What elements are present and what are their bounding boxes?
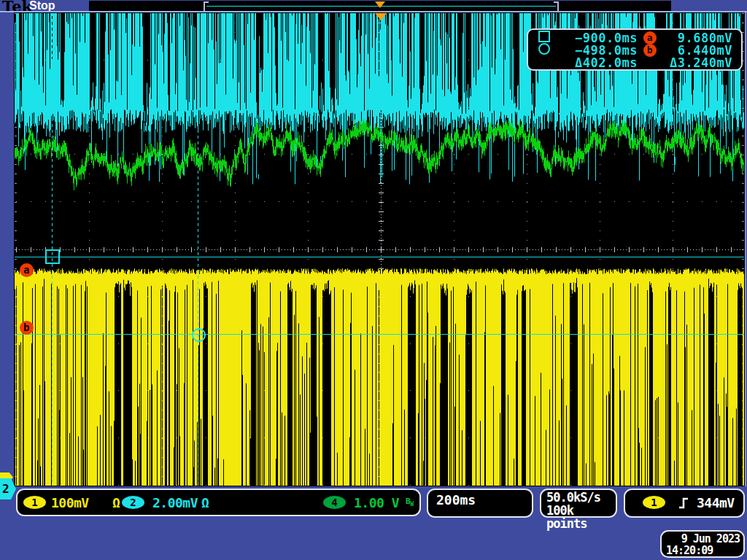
sample-rate: 50.0kS/s — [546, 491, 616, 504]
timebase-box[interactable]: 200ms — [427, 489, 533, 518]
waveform-canvas — [15, 13, 744, 486]
trigger-position-marker-icon[interactable] — [375, 13, 387, 20]
cursor-readout-panel: −900.0ms a 9.680mV −498.0ms b 6.440mV Δ4… — [527, 28, 743, 71]
cursor-a-readout-badge: a — [643, 31, 657, 44]
cursor-delta-time: Δ402.0ms — [559, 55, 638, 70]
timebase-value: 200ms — [436, 492, 476, 508]
channel1-impedance: Ω — [112, 495, 120, 510]
cursor-b-vertical-line[interactable] — [198, 13, 198, 486]
channel4-scale: 1.00 V — [354, 495, 399, 510]
time-value: 14:20:09 — [666, 545, 743, 556]
channel2-scale: 2.00mV — [152, 495, 198, 510]
record-view-bar — [89, 1, 671, 11]
cursor-delta-readout-row: Δ402.0ms Δ3.240mV — [538, 55, 732, 68]
cursor-a-readout-row: −900.0ms a 9.680mV — [538, 31, 732, 43]
circle-cursor-icon — [538, 43, 550, 55]
cursor-a-badge: a — [20, 263, 34, 277]
record-length: 100k points — [546, 504, 616, 530]
channel1-scale: 100mV — [51, 495, 89, 510]
acquisition-box[interactable]: 50.0kS/s 100k points — [540, 489, 617, 518]
cursor-a-square-marker-icon[interactable] — [45, 249, 60, 264]
oscilloscope-screen: Tek Stop a b 2 −900.0ms a 9.680mV −498.0… — [0, 0, 747, 560]
date-value: 9 Jun 2023 — [666, 533, 743, 545]
cursor-b-circle-marker-icon[interactable] — [192, 328, 206, 342]
trigger-level: 344mV — [697, 495, 735, 510]
cursor-b-badge: b — [20, 321, 34, 335]
cursor-a-horizontal-line[interactable] — [15, 257, 744, 257]
cursor-b-readout-row: −498.0ms b 6.440mV — [538, 43, 732, 55]
cursor-b-horizontal-line[interactable] — [15, 334, 744, 335]
trigger-source-badge: 1 — [643, 496, 665, 509]
rising-edge-slope-icon — [677, 495, 690, 511]
channel4-bandwidth-icon: BW — [406, 497, 413, 508]
trigger-box[interactable]: 1 344mV — [624, 489, 745, 518]
cursor-b-readout-badge: b — [643, 44, 657, 57]
datetime-box: 9 Jun 2023 14:20:09 — [660, 530, 745, 558]
record-view-trigger-marker-icon — [375, 1, 385, 8]
channel1-badge[interactable]: 1 — [23, 496, 46, 509]
square-cursor-icon — [538, 31, 550, 42]
channel2-badge[interactable]: 2 — [122, 496, 144, 509]
channel2-impedance: Ω — [201, 495, 209, 510]
cursor-delta-value: Δ3.240mV — [662, 55, 732, 70]
channel4-badge[interactable]: 4 — [323, 496, 346, 509]
channel-settings-bar: 1 100mV Ω BW 2 2.00mV Ω 4 1.00 V BW — [16, 489, 421, 516]
